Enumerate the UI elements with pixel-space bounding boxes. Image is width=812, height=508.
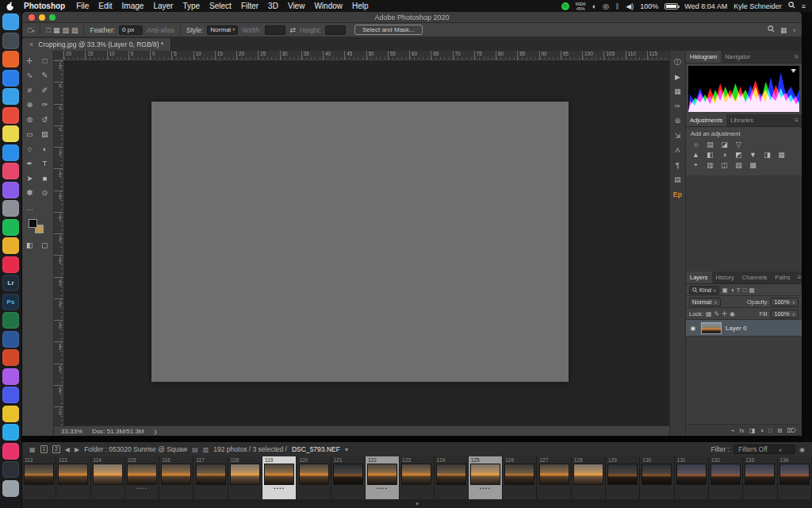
primary-monitor-button[interactable]: 1 <box>40 445 48 453</box>
menubar-menu-view[interactable]: View <box>288 2 305 10</box>
active-app-name[interactable]: Photoshop <box>24 2 65 10</box>
color-balance-adjustment-icon[interactable]: ◑ <box>719 151 730 159</box>
filmstrip-thumb-123[interactable]: 123 <box>400 456 434 499</box>
dock-pinterest[interactable] <box>2 256 19 273</box>
menubar-menu-edit[interactable]: Edit <box>98 2 112 10</box>
options-chevron-icon[interactable]: ∨ <box>793 27 796 33</box>
zoom-window-button[interactable] <box>49 14 56 21</box>
bluetooth-icon[interactable]: ᛒ <box>615 2 619 10</box>
filter-adjustment-layers-icon[interactable]: ◑ <box>730 287 734 294</box>
go-back-icon[interactable]: ◀ <box>65 446 70 453</box>
paragraph-panel-icon[interactable]: ¶ <box>676 161 680 169</box>
dock-vscode[interactable] <box>2 424 19 441</box>
list-view-icon[interactable]: ▥ <box>203 446 209 453</box>
dock-music[interactable] <box>2 163 19 179</box>
threshold-adjustment-icon[interactable]: ◫ <box>719 161 730 169</box>
hue-saturation-adjustment-icon[interactable]: ◧ <box>705 151 715 159</box>
dock-slack[interactable] <box>2 443 19 460</box>
posterize-adjustment-icon[interactable]: ▥ <box>705 161 715 169</box>
thumbnail-view-icon[interactable]: ▤ <box>192 446 198 453</box>
new-layer-icon[interactable]: ⊞ <box>777 427 783 434</box>
measure-panel-icon[interactable]: ⇲ <box>675 132 681 140</box>
black-white-adjustment-icon[interactable]: ◩ <box>733 151 744 159</box>
filter-preset-dropdown[interactable]: Filters Off∨ <box>733 444 795 454</box>
swap-dimensions-icon[interactable]: ⇄ <box>289 26 296 34</box>
gradient-map-adjustment-icon[interactable]: ▧ <box>733 161 744 169</box>
lasso-tool[interactable]: ∿ <box>22 68 37 83</box>
status-chevron-icon[interactable]: ❯ <box>154 429 158 434</box>
notification-center-icon[interactable]: ≡ <box>802 2 806 10</box>
memory-meter[interactable]: MEM45% <box>576 2 586 11</box>
menubar-menu-3d[interactable]: 3D <box>268 2 278 10</box>
menubar-menu-window[interactable]: Window <box>314 2 343 10</box>
battery-icon[interactable] <box>665 3 678 10</box>
dock-notes[interactable] <box>2 125 19 142</box>
move-tool[interactable]: ✛ <box>22 53 37 68</box>
anti-alias-checkbox[interactable]: Anti-alias <box>147 26 174 34</box>
lock-pixels-icon[interactable]: ✎ <box>714 310 720 318</box>
dock-onenote[interactable] <box>2 368 19 385</box>
filmstrip-thumb-126[interactable]: 126 <box>503 456 537 499</box>
width-input[interactable] <box>265 25 285 35</box>
filmstrip-thumb-130[interactable]: 130 <box>640 456 674 499</box>
filmstrip-thumb-112[interactable]: 112 <box>22 456 56 499</box>
dodge-tool[interactable]: ◐ <box>37 141 52 156</box>
selective-color-adjustment-icon[interactable]: ▩ <box>748 161 758 169</box>
dock-photoshop[interactable]: Ps <box>2 294 19 310</box>
clone-source-panel-icon[interactable]: ⊚ <box>675 117 681 125</box>
dock-launchpad[interactable] <box>2 33 19 49</box>
select-and-mask-button[interactable]: Select and Mask... <box>354 25 423 35</box>
channel-mixer-adjustment-icon[interactable]: ◨ <box>762 151 772 159</box>
filmstrip-thumb-124[interactable]: 124 <box>435 456 469 499</box>
dnd-icon[interactable]: ◐ <box>592 2 596 10</box>
active-filename[interactable]: DSC_5793.NEF <box>292 445 340 453</box>
filmstrip-thumb-119[interactable]: 119 •••• <box>262 456 297 499</box>
filmstrip-thumb-125[interactable]: 125 •••• <box>469 456 503 499</box>
secondary-monitor-button[interactable]: 2 <box>52 445 60 453</box>
window-titlebar[interactable]: Adobe Photoshop 2020 <box>22 12 802 23</box>
gradient-tool[interactable]: ▨ <box>37 127 52 142</box>
quick-mask-button[interactable]: ◧ <box>22 238 37 253</box>
new-selection-icon[interactable]: □ <box>46 26 50 34</box>
info-panel-icon[interactable]: ⓘ <box>674 58 681 66</box>
hand-tool[interactable]: ✽ <box>22 186 37 201</box>
eraser-tool[interactable]: ▭ <box>22 127 37 142</box>
history-brush-tool[interactable]: ↺ <box>37 112 52 127</box>
blend-mode-dropdown[interactable]: Normal∨ <box>689 298 721 306</box>
source-caret-icon[interactable]: ▾ <box>345 446 348 453</box>
brightness-contrast-adjustment-icon[interactable]: ☼ <box>691 140 701 148</box>
dock-excel[interactable] <box>2 312 19 329</box>
vibrance-adjustment-icon[interactable]: ▲ <box>691 151 701 159</box>
spot-healing-brush-tool[interactable]: ⊕ <box>22 98 37 113</box>
dock-system-preferences[interactable] <box>2 200 19 217</box>
add-to-selection-icon[interactable]: ▦ <box>53 26 60 34</box>
height-input[interactable] <box>325 25 346 35</box>
menubar-clock[interactable]: Wed 8:04 AM <box>684 2 727 10</box>
filter-smart-objects-icon[interactable]: ▦ <box>749 287 756 294</box>
sync-status-icon[interactable]: ↻ <box>561 2 569 10</box>
type-tool[interactable]: T <box>37 156 52 171</box>
rectangular-marquee-tool[interactable]: □ <box>37 53 52 68</box>
exposure-plugin-icon[interactable]: Ep <box>673 190 683 198</box>
workspace-switcher-icon[interactable]: ▦ <box>780 26 787 34</box>
pen-tool[interactable]: ✒ <box>22 156 37 171</box>
zoom-level-field[interactable]: 33.33% <box>61 428 82 435</box>
panel-tab-libraries[interactable]: Libraries <box>726 114 757 126</box>
filmstrip-thumb-134[interactable]: 134 <box>778 456 812 499</box>
layer-visibility-icon[interactable]: ◉ <box>689 325 697 332</box>
dock-mail[interactable] <box>2 88 19 105</box>
dock-spotify[interactable] <box>2 219 19 236</box>
histogram-panel-menu-icon[interactable]: ≡ <box>791 51 802 63</box>
layer-effects-icon[interactable]: fx <box>740 427 745 434</box>
eyedropper-tool[interactable]: ✐ <box>37 83 52 98</box>
fill-dropdown[interactable]: 100%∨ <box>771 310 799 318</box>
panel-tab-paths[interactable]: Paths <box>772 271 795 283</box>
menubar-menu-image[interactable]: Image <box>122 2 144 10</box>
dock-lightroom[interactable]: Lr <box>2 275 19 291</box>
filter-toggle-icon[interactable]: ◉ <box>799 446 805 453</box>
lock-position-icon[interactable]: ✛ <box>722 310 727 318</box>
filmstrip-thumb-116[interactable]: 116 <box>159 456 193 499</box>
panel-tab-history[interactable]: History <box>712 271 738 283</box>
panel-tab-histogram[interactable]: Histogram <box>686 51 721 63</box>
filter-pixel-layers-icon[interactable]: ▣ <box>722 287 728 294</box>
